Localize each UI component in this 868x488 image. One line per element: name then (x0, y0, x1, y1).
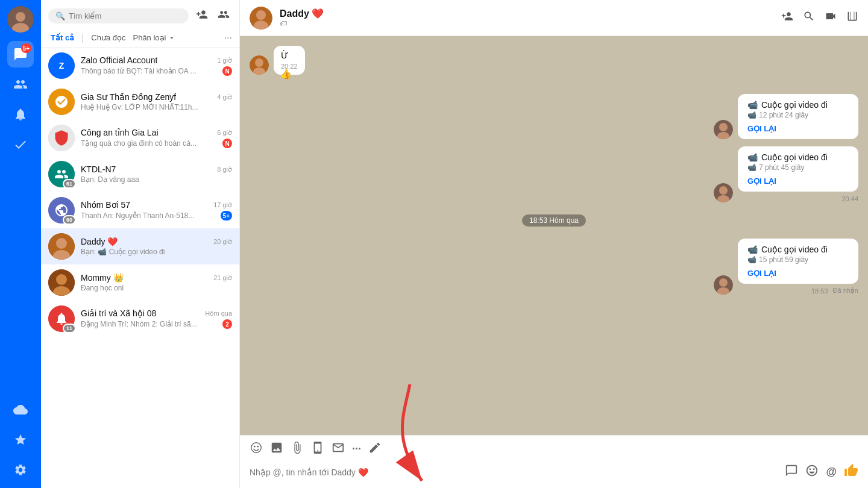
chat-time: 8 giờ (217, 166, 232, 174)
video-call-btn[interactable] (825, 10, 837, 25)
emoji-btn[interactable] (805, 464, 819, 480)
chat-time: Hôm qua (205, 310, 232, 317)
msg-avatar (714, 183, 733, 202)
sidebar-contacts-btn[interactable] (7, 71, 34, 98)
sidebar-notification-btn[interactable] (7, 101, 34, 128)
unread-badge: 2 (222, 319, 232, 329)
info-panel-btn[interactable] (846, 10, 858, 25)
attach-btn[interactable] (291, 441, 304, 457)
reply-btn[interactable] (785, 464, 798, 480)
input-toolbar: ··· (240, 436, 868, 460)
message-row-received: Ừ 20:22 👍 (250, 46, 858, 75)
chat-item-daddy[interactable]: Daddy ❤️ 20 giờ Bạn: 📹 Cuộc gọi video đi (41, 228, 239, 264)
call-back-btn[interactable]: GỌI LẠI (747, 269, 849, 278)
chat-preview: Thanh An: Nguyễn Thanh An-518... (81, 211, 194, 220)
screenshot-btn[interactable] (311, 441, 324, 457)
chat-header-actions (781, 10, 858, 25)
chat-header-name: Daddy ❤️ (280, 8, 774, 19)
call-duration: 📹 12 phút 24 giây (747, 111, 849, 119)
chat-item[interactable]: 11 Giải trí và Xã hội 08 Hôm qua Đặng Mi… (41, 301, 239, 337)
chat-preview: Tặng quà cho gia đình có hoàn cả... (81, 139, 197, 148)
sidebar-chat-btn[interactable]: 5+ (7, 41, 34, 67)
message-row-sent: 📹 Cuộc gọi video đi 📹 15 phút 59 giây GỌ… (250, 239, 858, 295)
chat-name: KTDL-N7 (81, 164, 116, 174)
more-options-btn[interactable]: ··· (224, 33, 232, 43)
chat-time: 17 giờ (213, 201, 232, 209)
like-btn[interactable] (844, 463, 858, 481)
chat-header-sub: 🏷 (280, 19, 774, 28)
chat-item[interactable]: 61 KTDL-N7 8 giờ Bạn: Dạ vâng aaa (41, 156, 239, 192)
user-avatar[interactable] (7, 6, 34, 33)
chat-name: Zalo Official Account (81, 55, 157, 65)
message-time: 20:44 (841, 195, 858, 202)
call-title: 📹 Cuộc gọi video đi (747, 152, 849, 162)
chat-avatar: Z (48, 52, 75, 79)
chat-avatar: 11 (48, 305, 75, 332)
sidebar-star-btn[interactable] (7, 427, 34, 453)
search-icon: 🔍 (55, 11, 65, 20)
msg-avatar (714, 120, 733, 139)
svg-point-25 (254, 446, 256, 448)
unread-badge: N (222, 139, 232, 148)
chat-avatar (48, 125, 75, 151)
chat-list-header: 🔍 (41, 0, 239, 30)
chat-header-avatar (250, 7, 272, 30)
input-area: @ (240, 460, 868, 488)
call-bubble: 📹 Cuộc gọi video đi 📹 7 phút 45 giây GỌI… (738, 146, 858, 192)
sidebar-cloud-btn[interactable] (7, 396, 34, 423)
chat-name: Gia Sư Thần Đồng Zenyf (81, 92, 176, 102)
contact-btn[interactable] (332, 441, 345, 457)
filter-bar: Tất cả | Chưa đọc Phân loại ··· (41, 30, 239, 48)
sticker-btn[interactable] (250, 441, 263, 457)
more-toolbar-btn[interactable]: ··· (352, 443, 361, 455)
sidebar-todo-btn[interactable] (7, 131, 34, 158)
call-title: 📹 Cuộc gọi video đi (747, 100, 849, 110)
call-back-btn[interactable]: GỌI LẠI (747, 177, 849, 186)
chat-time: 1 giờ (217, 57, 232, 64)
input-actions: @ (785, 463, 858, 481)
add-member-btn[interactable] (781, 10, 793, 25)
chat-item-mommy[interactable]: Mommy 👑 21 giờ Đang học onl (41, 264, 239, 301)
call-title: 📹 Cuộc gọi video đi (747, 245, 849, 254)
message-status: Đã nhận (833, 287, 858, 295)
chat-item[interactable]: Gia Sư Thần Đồng Zenyf 4 giờ Huệ Huệ Gv:… (41, 84, 239, 120)
message-row-sent: 📹 Cuộc gọi video đi 📹 12 phút 24 giây GỌ… (250, 94, 858, 139)
call-back-btn[interactable]: GỌI LẠI (747, 124, 849, 133)
chat-item[interactable]: Công an tỉnh Gia Lai 6 giờ Tặng quà cho … (41, 120, 239, 156)
message-input[interactable] (250, 468, 780, 477)
chat-name: Nhóm Bơi 57 (81, 200, 130, 210)
chat-item[interactable]: Z Zalo Official Account 1 giờ Thông báo … (41, 48, 239, 84)
search-box[interactable]: 🔍 (48, 8, 189, 23)
chat-preview: Đang học onl (81, 284, 124, 292)
chat-list-panel: 🔍 Tất cả | Chưa đọc Phân loại · (41, 0, 240, 488)
search-input[interactable] (69, 11, 181, 20)
reaction: 👍 (280, 68, 292, 80)
msg-avatar (250, 55, 269, 75)
svg-point-4 (56, 238, 67, 249)
chat-header: Daddy ❤️ 🏷 (240, 0, 868, 36)
filter-all-btn[interactable]: Tất cả (48, 32, 77, 43)
svg-point-22 (719, 278, 728, 287)
draw-btn[interactable] (368, 441, 382, 457)
chat-preview: Bạn: 📹 Cuộc gọi video đi (81, 248, 165, 256)
svg-point-7 (56, 274, 67, 285)
svg-point-10 (256, 10, 266, 20)
chat-list: Z Zalo Official Account 1 giờ Thông báo … (41, 48, 239, 488)
icon-sidebar: 5+ (0, 0, 41, 488)
chat-name: Daddy ❤️ (81, 237, 118, 246)
search-chat-btn[interactable] (803, 10, 815, 25)
unread-badge: N (222, 66, 232, 76)
image-btn[interactable] (270, 441, 283, 457)
create-group-btn[interactable] (215, 6, 232, 26)
filter-unread-btn[interactable]: Chưa đọc (89, 32, 128, 43)
chat-preview: Đặng Minh Trí: Nhóm 2: Giải trí sã... (81, 320, 197, 328)
chat-time: 4 giờ (217, 93, 232, 101)
mention-btn[interactable]: @ (826, 466, 837, 478)
classify-btn[interactable]: Phân loại (133, 33, 175, 42)
chat-name: Mommy 👑 (81, 273, 124, 283)
bubble-text: Ừ (281, 51, 298, 60)
sidebar-settings-btn[interactable] (7, 457, 34, 483)
add-friend-btn[interactable] (193, 6, 210, 26)
date-divider: 18:53 Hôm qua (250, 214, 858, 227)
chat-item[interactable]: 60 Nhóm Bơi 57 17 giờ Thanh An: Nguyễn T… (41, 192, 239, 228)
